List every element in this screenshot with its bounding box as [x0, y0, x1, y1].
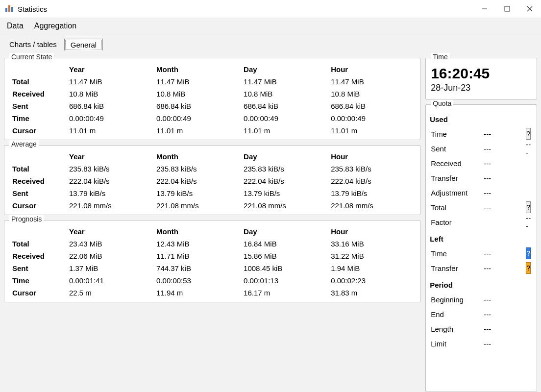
cell: 15.86 MiB: [242, 250, 329, 262]
quota-period-length-value: ---: [484, 325, 526, 333]
cell: 222.04 kiB/s: [329, 175, 416, 187]
col-hour: Hour: [329, 150, 416, 163]
quota-period-header: Period: [430, 275, 533, 292]
cell: 0.00:02:23: [329, 274, 416, 287]
quota-used-transfer-value: ---: [484, 174, 526, 182]
cell: 1.37 MiB: [67, 262, 154, 274]
col-month: Month: [154, 63, 242, 75]
clock-time: 16:20:45: [430, 63, 533, 82]
group-time-legend: Time: [431, 53, 450, 61]
quota-period-end-label: End: [430, 310, 484, 318]
quota-used-received-value: ---: [484, 159, 526, 168]
group-prognosis: Prognosis Year Month Day Hour Total 23.4…: [4, 220, 420, 302]
minimize-button[interactable]: [473, 0, 496, 18]
cell: 11.01 m: [242, 124, 329, 137]
cell: 13.79 kiB/s: [242, 187, 329, 199]
cell: 10.8 MiB: [242, 88, 329, 100]
quota-left-transfer-button[interactable]: ?: [526, 262, 531, 274]
cell: 235.83 kiB/s: [67, 163, 154, 175]
quota-used-sent-label: Sent: [430, 145, 484, 153]
group-current-state: Current State Year Month Day Hour Total …: [4, 58, 420, 140]
quota-period-limit-value: ---: [484, 340, 526, 348]
quota-used-header: Used: [430, 110, 533, 126]
quota-period-length-label: Length: [430, 325, 484, 333]
tab-row: Charts / tables General: [0, 34, 541, 50]
menu-data[interactable]: Data: [3, 20, 30, 32]
cell: 235.83 kiB/s: [329, 163, 416, 175]
row-received: Received: [8, 88, 67, 100]
col-day: Day: [242, 63, 329, 75]
group-time: Time 16:20:45 28-Jun-23: [425, 58, 537, 99]
cell: 10.8 MiB: [67, 88, 154, 100]
cell: 221.08 mm/s: [242, 199, 329, 212]
row-sent: Sent: [8, 100, 67, 112]
quota-used-time-button[interactable]: ?: [526, 128, 531, 140]
maximize-button[interactable]: [496, 0, 518, 18]
close-button[interactable]: [518, 0, 541, 18]
cell: 222.04 kiB/s: [154, 175, 242, 187]
cell: 10.8 MiB: [329, 88, 416, 100]
row-sent: Sent: [8, 187, 67, 199]
titlebar: Statistics: [0, 0, 541, 18]
cell: 744.37 kiB: [154, 262, 242, 274]
quota-left-transfer-value: ---: [484, 264, 526, 272]
col-year: Year: [67, 225, 154, 238]
cell: 31.22 MiB: [329, 250, 416, 262]
col-month: Month: [154, 150, 242, 163]
menu-aggregation[interactable]: Aggregation: [30, 20, 83, 32]
quota-used-sent-extra: ---: [526, 140, 533, 157]
quota-period-beginning-value: ---: [484, 295, 526, 304]
row-total: Total: [8, 75, 67, 88]
svg-rect-0: [5, 8, 7, 12]
cell: 16.17 m: [242, 287, 329, 299]
cell: 11.47 MiB: [154, 75, 242, 88]
cell: 11.47 MiB: [329, 75, 416, 88]
cell: 11.01 m: [154, 124, 242, 137]
quota-left-time-button[interactable]: ?: [526, 247, 531, 259]
quota-used-adjustment-value: ---: [484, 189, 526, 197]
row-cursor: Cursor: [8, 199, 67, 212]
col-year: Year: [67, 150, 154, 163]
row-total: Total: [8, 238, 67, 250]
cell: 11.47 MiB: [242, 75, 329, 88]
tab-general[interactable]: General: [64, 39, 103, 50]
cell: 16.84 MiB: [242, 238, 329, 250]
quota-used-transfer-label: Transfer: [430, 174, 484, 182]
quota-left-time-label: Time: [430, 249, 484, 258]
clock-date: 28-Jun-23: [430, 82, 533, 96]
row-time: Time: [8, 274, 67, 287]
cell: 0.00:00:49: [242, 112, 329, 124]
cell: 686.84 kiB: [67, 100, 154, 112]
cell: 11.94 m: [154, 287, 242, 299]
quota-used-total-button[interactable]: ?: [526, 201, 531, 213]
cell: 11.01 m: [67, 124, 154, 137]
row-received: Received: [8, 175, 67, 187]
cell: 13.79 kiB/s: [154, 187, 242, 199]
cell: 235.83 kiB/s: [242, 163, 329, 175]
cell: 0.00:01:41: [67, 274, 154, 287]
quota-period-limit-label: Limit: [430, 340, 484, 348]
cell: 11.71 MiB: [154, 250, 242, 262]
cell: 0.00:00:49: [67, 112, 154, 124]
cell: 11.47 MiB: [67, 75, 154, 88]
col-hour: Hour: [329, 63, 416, 75]
tab-charts-tables[interactable]: Charts / tables: [3, 38, 63, 50]
cell: 222.04 kiB/s: [242, 175, 329, 187]
quota-used-total-value: ---: [484, 203, 526, 212]
row-cursor: Cursor: [8, 287, 67, 299]
quota-left-time-value: ---: [484, 249, 526, 258]
row-time: Time: [8, 112, 67, 124]
menubar: Data Aggregation: [0, 18, 541, 34]
current-state-table: Year Month Day Hour Total 11.47 MiB 11.4…: [8, 63, 416, 137]
cell: 13.79 kiB/s: [329, 187, 416, 199]
cell: 31.83 m: [329, 287, 416, 299]
quota-period-beginning-label: Beginning: [430, 295, 484, 304]
cell: 0.00:00:49: [329, 112, 416, 124]
cell: 686.84 kiB: [154, 100, 242, 112]
col-month: Month: [154, 225, 242, 238]
cell: 221.08 mm/s: [67, 199, 154, 212]
prognosis-table: Year Month Day Hour Total 23.43 MiB 12.4…: [8, 225, 416, 299]
group-average: Average Year Month Day Hour Total 235.83…: [4, 145, 420, 215]
cell: 1.94 MiB: [329, 262, 416, 274]
window-title: Statistics: [18, 5, 47, 13]
